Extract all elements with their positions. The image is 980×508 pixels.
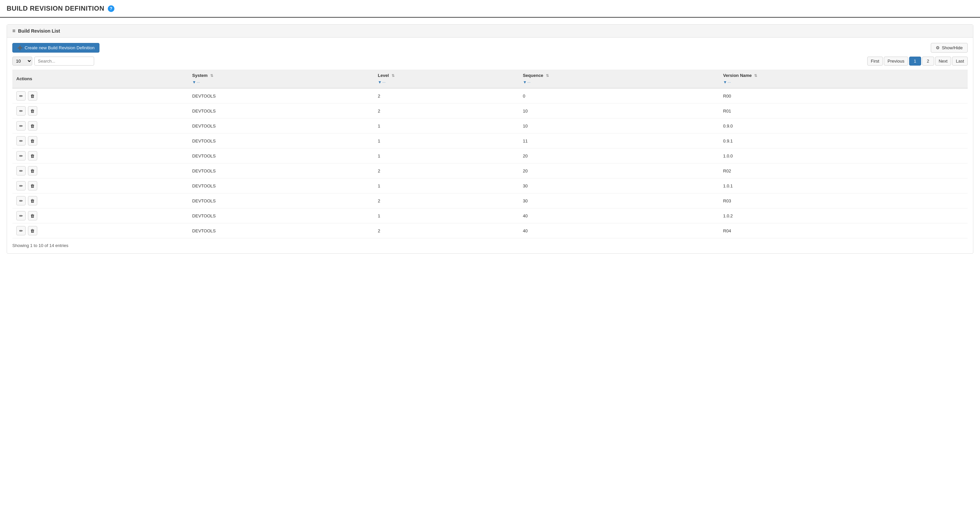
edit-button[interactable]: ✏ [16, 211, 25, 220]
table-body: ✏ 🗑 DEVTOOLS 2 0 R00 ✏ 🗑 DEVTOOLS 2 10 R… [12, 88, 968, 238]
version-name-cell: 0.9.1 [719, 134, 968, 149]
actions-cell: ✏ 🗑 [12, 224, 188, 238]
actions-cell: ✏ 🗑 [12, 149, 188, 163]
create-button-icon: ➕ [17, 45, 22, 50]
sequence-cell: 10 [519, 104, 719, 118]
version-name-cell: 1.0.1 [719, 179, 968, 193]
table-row: ✏ 🗑 DEVTOOLS 1 11 0.9.1 [12, 134, 968, 149]
card-header: ≡ Build Revision List [7, 25, 973, 38]
col-system[interactable]: System ⇅ ▼ ··· [188, 70, 374, 88]
col-sequence[interactable]: Sequence ⇅ ▼ ··· [519, 70, 719, 88]
col-level[interactable]: Level ⇅ ▼ ··· [374, 70, 519, 88]
table-header: Actions System ⇅ ▼ ··· [12, 70, 968, 88]
version-name-cell: 1.0.0 [719, 149, 968, 163]
sequence-cell: 40 [519, 208, 719, 224]
delete-button[interactable]: 🗑 [28, 181, 37, 190]
sequence-cell: 40 [519, 224, 719, 238]
sequence-sort-icon: ⇅ [546, 73, 549, 78]
main-content: ≡ Build Revision List ➕ Create new Build… [0, 18, 980, 260]
level-cell: 2 [374, 224, 519, 238]
sequence-cell: 20 [519, 163, 719, 179]
create-button-label: Create new Build Revision Definition [25, 45, 94, 50]
version-name-cell: R03 [719, 193, 968, 208]
per-page-select[interactable]: 10 25 50 100 [12, 57, 32, 65]
table-row: ✏ 🗑 DEVTOOLS 1 10 0.9.0 [12, 118, 968, 134]
delete-button[interactable]: 🗑 [28, 136, 37, 145]
table-row: ✏ 🗑 DEVTOOLS 2 20 R02 [12, 163, 968, 179]
sequence-cell: 20 [519, 149, 719, 163]
edit-button[interactable]: ✏ [16, 121, 25, 131]
first-page-button[interactable]: First [867, 57, 883, 65]
edit-button[interactable]: ✏ [16, 196, 25, 205]
level-cell: 1 [374, 208, 519, 224]
edit-button[interactable]: ✏ [16, 166, 25, 176]
show-hide-button[interactable]: ⚙ Show/Hide [931, 43, 968, 53]
table-row: ✏ 🗑 DEVTOOLS 2 0 R00 [12, 88, 968, 104]
controls-row: 10 25 50 100 First Previous 1 2 Next Las… [12, 57, 968, 65]
system-cell: DEVTOOLS [188, 224, 374, 238]
delete-button[interactable]: 🗑 [28, 211, 37, 220]
edit-button[interactable]: ✏ [16, 151, 25, 160]
page-2-button[interactable]: 2 [922, 57, 934, 65]
table-row: ✏ 🗑 DEVTOOLS 1 30 1.0.1 [12, 179, 968, 193]
level-cell: 1 [374, 118, 519, 134]
delete-button[interactable]: 🗑 [28, 166, 37, 176]
col-actions: Actions [12, 70, 188, 88]
level-cell: 1 [374, 134, 519, 149]
delete-button[interactable]: 🗑 [28, 121, 37, 131]
edit-button[interactable]: ✏ [16, 106, 25, 115]
system-cell: DEVTOOLS [188, 149, 374, 163]
version-name-cell: 0.9.0 [719, 118, 968, 134]
actions-cell: ✏ 🗑 [12, 134, 188, 149]
version-name-cell: R01 [719, 104, 968, 118]
delete-button[interactable]: 🗑 [28, 226, 37, 235]
create-button[interactable]: ➕ Create new Build Revision Definition [12, 43, 99, 53]
actions-cell: ✏ 🗑 [12, 193, 188, 208]
actions-cell: ✏ 🗑 [12, 208, 188, 224]
actions-cell: ✏ 🗑 [12, 118, 188, 134]
table-row: ✏ 🗑 DEVTOOLS 2 10 R01 [12, 104, 968, 118]
page-title: BUILD REVISION DEFINITION [6, 5, 105, 12]
version-name-cell: R04 [719, 224, 968, 238]
sequence-cell: 11 [519, 134, 719, 149]
last-page-button[interactable]: Last [952, 57, 968, 65]
next-page-button[interactable]: Next [935, 57, 951, 65]
edit-button[interactable]: ✏ [16, 136, 25, 145]
previous-page-button[interactable]: Previous [884, 57, 908, 65]
page-1-button[interactable]: 1 [909, 57, 921, 65]
list-icon: ≡ [12, 28, 15, 34]
delete-button[interactable]: 🗑 [28, 106, 37, 115]
system-cell: DEVTOOLS [188, 134, 374, 149]
system-sort-icon: ⇅ [210, 73, 213, 78]
help-icon[interactable]: ? [108, 5, 115, 12]
edit-button[interactable]: ✏ [16, 91, 25, 101]
delete-button[interactable]: 🗑 [28, 196, 37, 205]
col-version-name[interactable]: Version Name ⇅ ▼ ··· [719, 70, 968, 88]
system-cell: DEVTOOLS [188, 179, 374, 193]
level-filter: ▼ ··· [378, 80, 515, 85]
show-hide-label: Show/Hide [942, 45, 963, 50]
edit-button[interactable]: ✏ [16, 181, 25, 190]
pagination: First Previous 1 2 Next Last [867, 57, 968, 65]
table-row: ✏ 🗑 DEVTOOLS 1 20 1.0.0 [12, 149, 968, 163]
level-cell: 1 [374, 149, 519, 163]
delete-button[interactable]: 🗑 [28, 151, 37, 160]
card: ≡ Build Revision List ➕ Create new Build… [6, 24, 974, 254]
card-body: ➕ Create new Build Revision Definition ⚙… [7, 38, 973, 253]
actions-cell: ✏ 🗑 [12, 104, 188, 118]
system-cell: DEVTOOLS [188, 208, 374, 224]
level-sort-icon: ⇅ [391, 73, 395, 78]
data-table: Actions System ⇅ ▼ ··· [12, 70, 968, 238]
delete-button[interactable]: 🗑 [28, 91, 37, 101]
version-name-cell: R02 [719, 163, 968, 179]
version-name-cell: 1.0.2 [719, 208, 968, 224]
card-header-title: Build Revision List [18, 28, 60, 34]
version-filter: ▼ ··· [723, 80, 964, 85]
sequence-cell: 10 [519, 118, 719, 134]
table-row: ✏ 🗑 DEVTOOLS 2 40 R04 [12, 224, 968, 238]
search-input[interactable] [34, 57, 94, 65]
toolbar-right: ⚙ Show/Hide [931, 43, 968, 53]
system-cell: DEVTOOLS [188, 104, 374, 118]
edit-button[interactable]: ✏ [16, 226, 25, 235]
page-header: BUILD REVISION DEFINITION ? [0, 0, 980, 18]
